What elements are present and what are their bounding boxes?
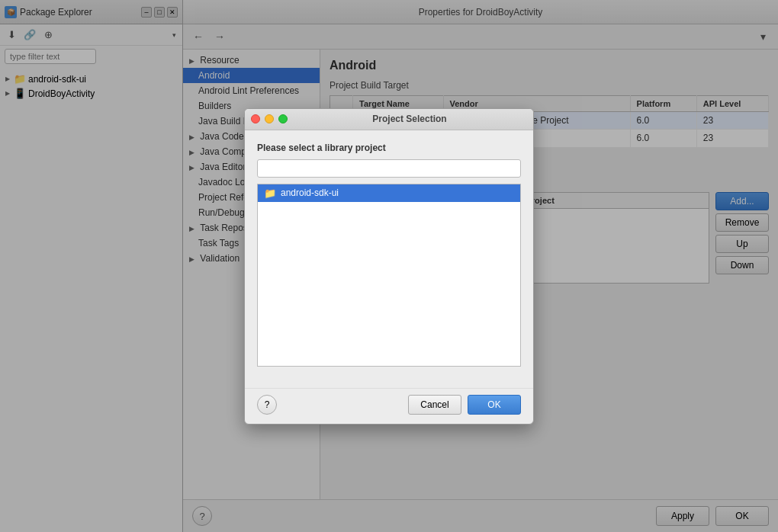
modal-label: Please select a library project — [257, 143, 521, 153]
list-item-label: android-sdk-ui — [281, 187, 339, 198]
modal-minimize-button[interactable] — [265, 114, 274, 123]
modal-list: 📁 android-sdk-ui — [257, 184, 521, 367]
list-item-android-sdk-ui[interactable]: 📁 android-sdk-ui — [258, 184, 520, 202]
modal-ok-button[interactable]: OK — [468, 395, 521, 415]
modal-cancel-button[interactable]: Cancel — [408, 395, 461, 415]
modal-title: Project Selection — [292, 114, 527, 124]
modal-footer-buttons: Cancel OK — [408, 395, 521, 415]
modal-close-button[interactable] — [251, 114, 260, 123]
modal-footer: ? Cancel OK — [245, 388, 533, 424]
list-item-icon: 📁 — [264, 187, 276, 199]
modal-help-button[interactable]: ? — [257, 395, 277, 415]
modal-maximize-button[interactable] — [278, 114, 288, 123]
modal-body: Please select a library project 📁 androi… — [245, 130, 533, 388]
project-selection-modal: Project Selection Please select a librar… — [244, 108, 534, 425]
modal-search-input[interactable] — [257, 159, 521, 178]
modal-overlay: Project Selection Please select a librar… — [0, 0, 778, 532]
modal-titlebar: Project Selection — [245, 109, 533, 130]
